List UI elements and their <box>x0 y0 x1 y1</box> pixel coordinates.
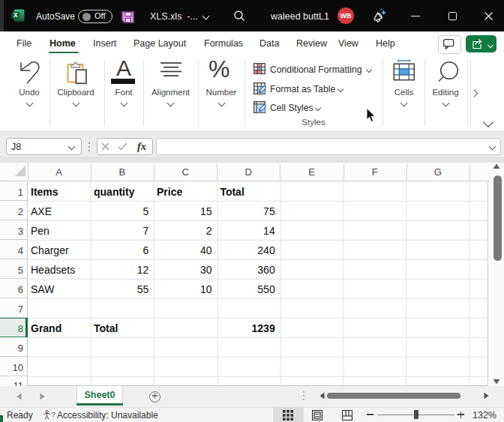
svg-text:X: X <box>14 11 18 19</box>
svg-text:?: ? <box>52 410 56 418</box>
